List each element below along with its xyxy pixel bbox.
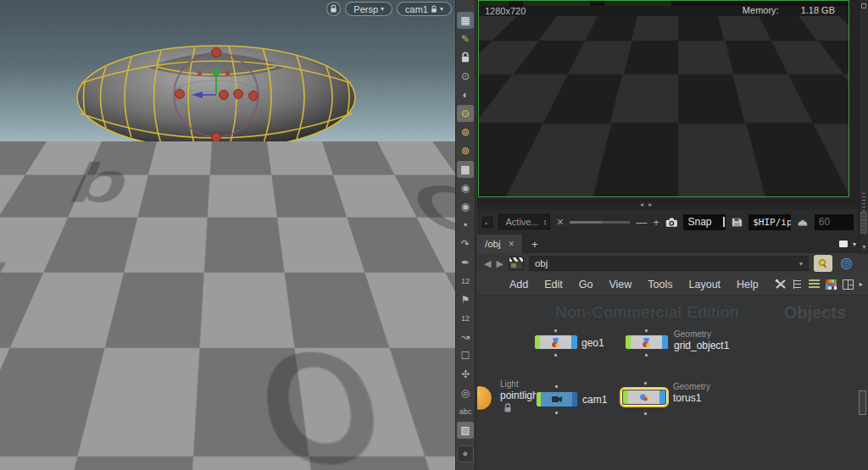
light-pin-icon[interactable]: ⌖ <box>457 445 474 462</box>
node-type-pointlight1: Light <box>500 379 519 389</box>
menu-help[interactable]: Help <box>737 279 759 290</box>
display-point-normals-icon[interactable]: ✒ <box>457 254 474 271</box>
corner-grip[interactable] <box>482 217 492 228</box>
tree-view-icon[interactable] <box>793 279 803 290</box>
node-output-dot <box>644 353 648 357</box>
display-labels-icon[interactable]: abc <box>457 403 474 420</box>
context-label: Objects <box>784 303 846 323</box>
pane-maximize-icon[interactable] <box>839 241 848 247</box>
show-point-geometry-icon[interactable]: ◉ <box>457 198 474 215</box>
background-image-icon[interactable]: ▨ <box>457 422 474 439</box>
new-tab-button[interactable]: + <box>531 238 538 251</box>
menu-edit[interactable]: Edit <box>544 279 563 290</box>
memory-limit-field[interactable]: 60 <box>815 214 854 230</box>
render-flag[interactable] <box>572 392 577 406</box>
scrollbar-thumb[interactable] <box>860 212 867 234</box>
render-view-pane[interactable]: 1280x720 fr 1 C Memory: 1.18 GB t to sho… <box>477 0 868 200</box>
zoom-out-button[interactable]: — <box>636 216 647 229</box>
memory-limit-icon[interactable] <box>797 216 809 228</box>
lighting-menu-icon[interactable]: ⊚ <box>457 142 474 159</box>
maximize-viewport-icon[interactable]: ▦ <box>457 12 474 29</box>
scene-viewport[interactable]: A 4 P S O N 2 B ar p J b D O P 2 A ar <box>0 0 455 470</box>
node-label-torus1: torus1 <box>673 392 701 404</box>
menu-tools[interactable]: Tools <box>648 279 672 290</box>
display-prim-numbers-icon[interactable]: 12 <box>457 310 474 327</box>
resolution-slider[interactable] <box>570 221 630 224</box>
render-flag[interactable] <box>659 390 665 404</box>
menu-add[interactable]: Add <box>509 279 528 290</box>
node-torus1[interactable] <box>622 390 666 405</box>
back-button[interactable]: ◀ <box>484 258 491 269</box>
camera-menu[interactable]: cam1 ▾ <box>397 2 452 16</box>
zoom-in-button[interactable]: + <box>653 216 659 229</box>
close-icon[interactable]: ✕ <box>509 240 515 248</box>
network-canvas[interactable]: Non-Commercial Edition Objects geo1 <box>477 296 868 470</box>
node-pointlight1[interactable] <box>477 385 492 411</box>
node-geo1[interactable] <box>534 335 578 350</box>
color-palette-icon[interactable] <box>826 279 837 290</box>
menu-layout[interactable]: Layout <box>689 279 721 290</box>
display-profiles-icon[interactable]: ↝ <box>457 329 474 346</box>
view-mode-menu[interactable]: Persp ▾ <box>345 2 392 16</box>
chevron-down-icon[interactable]: ▾ <box>853 241 856 248</box>
node-label-geo1: geo1 <box>581 337 604 349</box>
display-disc-icon[interactable]: ◎ <box>457 384 474 401</box>
menu-go[interactable]: Go <box>579 279 593 290</box>
high-quality-lighting-icon[interactable]: ⊚ <box>457 124 474 141</box>
headlight-only-icon[interactable]: ⊙ <box>457 68 474 85</box>
random-material-icon[interactable]: ▩ <box>457 161 474 178</box>
houdini-window: A 4 P S O N 2 B ar p J b D O P 2 A ar <box>0 0 868 470</box>
close-icon[interactable]: ✕ <box>556 217 564 228</box>
display-point-trails-icon[interactable]: ↷ <box>457 235 474 252</box>
snapshot-camera-icon[interactable] <box>665 217 678 228</box>
snapshot-path-field[interactable]: $HIP/ipr <box>748 214 791 230</box>
show-handles-icon[interactable]: ✎ <box>457 30 474 47</box>
chevron-down-icon[interactable]: ▼ <box>861 244 867 250</box>
lock-camera-icon[interactable] <box>457 49 474 66</box>
node-label-grid-object1: grid_object1 <box>674 340 729 351</box>
menu-view[interactable]: View <box>609 279 632 290</box>
overflow-arrow-icon[interactable]: ▸ <box>860 280 863 288</box>
display-points-icon[interactable]: • <box>457 217 474 234</box>
tools-wrench-icon[interactable] <box>775 279 787 290</box>
show-edit-geometry-icon[interactable]: ◉ <box>457 180 474 196</box>
node-grid-object1[interactable] <box>625 335 669 350</box>
render-channel: C <box>485 29 526 41</box>
chevron-down-icon[interactable]: ▾ <box>799 260 803 268</box>
material-preview-icon[interactable]: ◐ <box>457 86 474 103</box>
follow-target-icon[interactable] <box>837 255 856 272</box>
network-tab-obj[interactable]: /obj ✕ <box>477 235 523 253</box>
network-path-field[interactable]: obj ▾ <box>529 256 809 271</box>
render-flag[interactable] <box>571 335 577 349</box>
ipr-render-region[interactable]: 1280x720 fr 1 C Memory: 1.18 GB t to sho… <box>478 0 849 197</box>
normal-lighting-icon[interactable]: ⊙ <box>457 105 474 122</box>
node-type-torus1: Geometry <box>673 382 710 391</box>
forward-button[interactable]: ▶ <box>496 258 503 269</box>
node-output-dot <box>643 412 648 416</box>
save-snapshot-icon[interactable] <box>732 216 743 228</box>
node-cam1[interactable] <box>536 391 578 407</box>
active-render-label: Active... <box>506 217 539 227</box>
network-scrollbar-thumb[interactable] <box>859 390 866 415</box>
spinner-icon: ▴▾ <box>544 218 547 225</box>
list-view-icon[interactable] <box>809 279 820 290</box>
layout-panes-icon[interactable] <box>843 279 854 290</box>
pan-widget-icon[interactable]: ◂ ▸ <box>640 201 654 208</box>
node-input-dot <box>554 384 559 389</box>
active-render-dropdown[interactable]: Active... ▴▾ <box>498 214 551 229</box>
pane-splitter-rail[interactable]: ▼ <box>859 0 868 254</box>
group-select-icon[interactable]: ☐ <box>457 347 474 364</box>
display-normals-icon[interactable]: ✣ <box>457 366 474 383</box>
render-memory: Memory: 1.18 GB <box>743 5 835 15</box>
pin-network-icon[interactable] <box>814 255 832 272</box>
network-context-icon[interactable] <box>509 257 524 270</box>
display-markers-icon[interactable]: ⚑ <box>457 291 474 308</box>
pane-tab-icon[interactable] <box>861 3 866 8</box>
network-menu-bar: Add Edit Go View Tools Layout Help <box>477 274 868 296</box>
snapshot-menu[interactable]: Snap <box>683 214 726 230</box>
memory-limit-value: 60 <box>819 216 830 228</box>
render-flag[interactable] <box>662 335 668 349</box>
render-horizontal-scrollbar[interactable]: ◂ ▸ <box>477 200 859 209</box>
display-point-numbers-icon[interactable]: 12 <box>457 273 474 290</box>
viewport-lock-button[interactable] <box>326 2 341 16</box>
